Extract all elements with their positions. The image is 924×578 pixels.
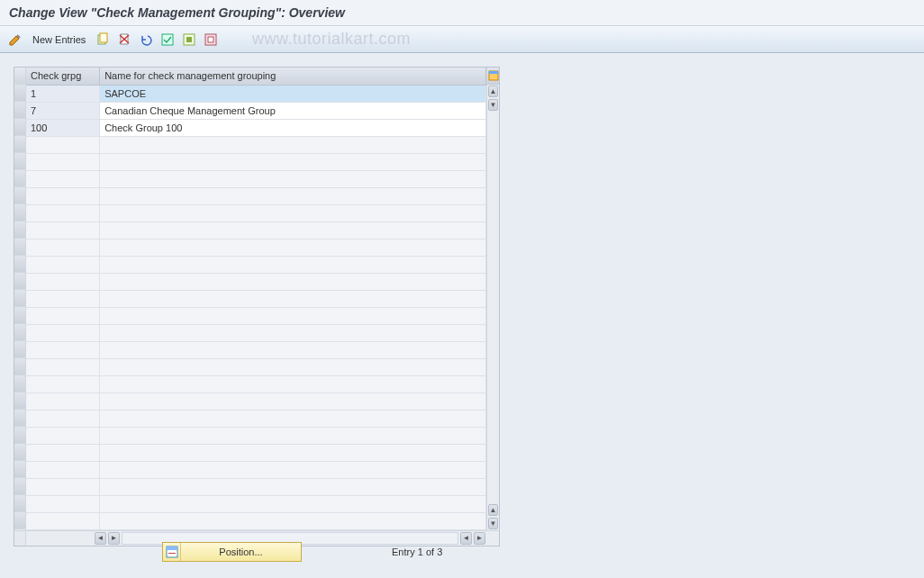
- cell-name[interactable]: [100, 204, 486, 221]
- row-selector[interactable]: [14, 444, 25, 461]
- cell-name[interactable]: [100, 375, 486, 393]
- row-selector[interactable]: [14, 427, 25, 444]
- table-row-empty[interactable]: [26, 239, 486, 256]
- cell-code[interactable]: [26, 256, 100, 273]
- scroll-down-button-2[interactable]: ▼: [488, 518, 498, 529]
- table-row-empty[interactable]: [26, 427, 486, 444]
- row-selector[interactable]: [14, 85, 25, 102]
- cell-name[interactable]: [100, 393, 486, 410]
- position-button[interactable]: Position...: [162, 542, 302, 562]
- table-row-empty[interactable]: [26, 307, 486, 324]
- cell-name[interactable]: [100, 290, 486, 307]
- column-header-name[interactable]: Name for check management grouping: [100, 68, 486, 85]
- row-selector[interactable]: [14, 221, 25, 239]
- cell-code[interactable]: [26, 187, 100, 204]
- cell-name[interactable]: [100, 273, 486, 290]
- row-selector-header[interactable]: [14, 68, 25, 85]
- cell-code[interactable]: [26, 478, 100, 495]
- cell-code[interactable]: [26, 358, 100, 375]
- cell-code[interactable]: [26, 273, 100, 290]
- row-selector[interactable]: [14, 393, 25, 410]
- row-selector[interactable]: [14, 273, 25, 290]
- cell-code[interactable]: [26, 204, 100, 221]
- cell-code[interactable]: [26, 136, 100, 153]
- table-row-empty[interactable]: [26, 187, 486, 204]
- cell-name[interactable]: [100, 170, 486, 187]
- table-row-empty[interactable]: [26, 393, 486, 410]
- row-selector[interactable]: [14, 375, 25, 393]
- table-row-empty[interactable]: [26, 290, 486, 307]
- cell-name[interactable]: [100, 461, 486, 478]
- cell-code[interactable]: 7: [26, 102, 100, 119]
- row-selector[interactable]: [14, 204, 25, 221]
- table-row[interactable]: 100Check Group 100: [26, 119, 486, 136]
- row-selector[interactable]: [14, 307, 25, 324]
- row-selector[interactable]: [14, 170, 25, 187]
- row-selector[interactable]: [14, 136, 25, 153]
- row-selector[interactable]: [14, 495, 25, 512]
- cell-name[interactable]: [100, 153, 486, 170]
- table-row-empty[interactable]: [26, 512, 486, 529]
- table-row-empty[interactable]: [26, 495, 486, 512]
- row-selector[interactable]: [14, 461, 25, 478]
- cell-name[interactable]: [100, 410, 486, 427]
- cell-name[interactable]: [100, 444, 486, 461]
- row-selector[interactable]: [14, 153, 25, 170]
- scroll-down-button[interactable]: ▼: [488, 99, 498, 111]
- table-row[interactable]: 1SAPCOE: [26, 85, 486, 102]
- cell-name[interactable]: [100, 495, 486, 512]
- scroll-up-button-2[interactable]: ▲: [488, 504, 498, 516]
- cell-code[interactable]: [26, 512, 100, 529]
- cell-name[interactable]: [100, 358, 486, 375]
- cell-name[interactable]: Canadian Cheque Management Group: [100, 102, 486, 119]
- row-selector[interactable]: [14, 256, 25, 273]
- row-selector[interactable]: [14, 478, 25, 495]
- row-selector[interactable]: [14, 102, 25, 119]
- cell-code[interactable]: [26, 221, 100, 239]
- table-row-empty[interactable]: [26, 204, 486, 221]
- table-row-empty[interactable]: [26, 478, 486, 495]
- cell-name[interactable]: [100, 307, 486, 324]
- cell-code[interactable]: [26, 307, 100, 324]
- row-selector[interactable]: [14, 119, 25, 136]
- table-row-empty[interactable]: [26, 221, 486, 239]
- cell-name[interactable]: [100, 341, 486, 358]
- table-row-empty[interactable]: [26, 256, 486, 273]
- cell-code[interactable]: [26, 461, 100, 478]
- cell-code[interactable]: [26, 427, 100, 444]
- copy-as-icon[interactable]: [95, 32, 111, 48]
- cell-name[interactable]: SAPCOE: [100, 85, 486, 102]
- cell-name[interactable]: [100, 187, 486, 204]
- cell-code[interactable]: [26, 495, 100, 512]
- select-block-icon[interactable]: [181, 32, 197, 48]
- select-all-icon[interactable]: [159, 32, 176, 48]
- cell-code[interactable]: [26, 410, 100, 427]
- table-row-empty[interactable]: [26, 324, 486, 341]
- table-settings-icon[interactable]: [487, 68, 499, 85]
- cell-code[interactable]: [26, 170, 100, 187]
- scroll-up-button[interactable]: ▲: [488, 86, 498, 97]
- table-row-empty[interactable]: [26, 170, 486, 187]
- row-selector[interactable]: [14, 187, 25, 204]
- cell-name[interactable]: [100, 427, 486, 444]
- cell-code[interactable]: [26, 324, 100, 341]
- cell-code[interactable]: 1: [26, 85, 100, 102]
- cell-name[interactable]: [100, 324, 486, 341]
- deselect-all-icon[interactable]: [203, 32, 219, 48]
- cell-name[interactable]: [100, 478, 486, 495]
- row-selector[interactable]: [14, 239, 25, 256]
- cell-code[interactable]: [26, 393, 100, 410]
- cell-code[interactable]: 100: [26, 119, 100, 136]
- cell-name[interactable]: [100, 221, 486, 239]
- table-row-empty[interactable]: [26, 444, 486, 461]
- row-selector[interactable]: [14, 358, 25, 375]
- table-row-empty[interactable]: [26, 358, 486, 375]
- column-header-code[interactable]: Check grpg: [26, 68, 100, 85]
- cell-code[interactable]: [26, 290, 100, 307]
- cell-code[interactable]: [26, 239, 100, 256]
- cell-code[interactable]: [26, 375, 100, 393]
- table-row-empty[interactable]: [26, 375, 486, 393]
- cell-code[interactable]: [26, 341, 100, 358]
- table-row-empty[interactable]: [26, 273, 486, 290]
- undo-icon[interactable]: [138, 32, 154, 48]
